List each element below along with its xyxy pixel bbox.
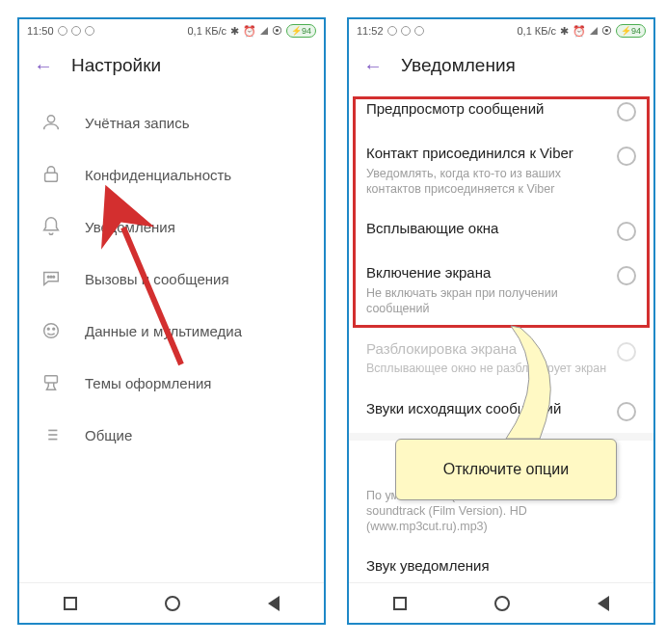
notif-title: Звук уведомления	[366, 557, 636, 576]
settings-item-label: Данные и мультимедиа	[85, 323, 242, 339]
settings-item-privacy[interactable]: Конфиденциальность	[19, 148, 324, 201]
svg-point-4	[53, 276, 55, 278]
toggle-radio[interactable]	[617, 102, 636, 121]
notif-title: Звуки исходящих сообщений	[366, 400, 607, 418]
chat-icon	[39, 266, 64, 291]
toggle-radio[interactable]	[617, 222, 636, 241]
notif-subtitle: Всплывающее окно не разблокирует экран	[366, 361, 607, 376]
settings-item-label: Конфиденциальность	[85, 167, 231, 183]
bell-icon	[39, 214, 64, 239]
settings-list: Учётная запись Конфиденциальность Уведом…	[19, 89, 324, 469]
page-title: Уведомления	[401, 55, 516, 76]
wifi-icon: ⦿	[601, 25, 612, 37]
notif-title: Контакт присоединился к Viber	[366, 145, 607, 163]
nav-home-icon[interactable]	[494, 596, 510, 611]
bluetooth-icon: ✱	[230, 25, 239, 38]
phone-notifications: 11:52 0,1 КБ/с ✱ ⏰ ⦿ ⚡94 ← Уведомления П…	[347, 17, 655, 625]
status-gear-icon	[85, 26, 94, 36]
svg-point-5	[44, 324, 59, 338]
notif-title: Разблокировка экрана	[366, 340, 607, 359]
nav-back-icon[interactable]	[268, 596, 280, 611]
status-bar: 11:50 0,1 КБ/с ✱ ⏰ ⦿ ⚡94	[19, 19, 324, 42]
settings-item-calls[interactable]: Вызовы и сообщения	[19, 253, 324, 305]
notif-subtitle: Не включать экран при получении сообщени…	[366, 285, 607, 317]
svg-point-3	[50, 276, 52, 278]
back-icon[interactable]: ←	[362, 55, 384, 76]
settings-item-account[interactable]: Учётная запись	[19, 96, 324, 148]
settings-item-general[interactable]: Общие	[19, 409, 324, 461]
phone-settings: 11:50 0,1 КБ/с ✱ ⏰ ⦿ ⚡94 ← Настройки	[17, 17, 326, 625]
status-gear-icon	[58, 26, 67, 36]
nav-recent-icon[interactable]	[64, 597, 77, 610]
media-icon	[39, 318, 64, 343]
alarm-icon: ⏰	[573, 25, 586, 38]
notif-item-unlock: Разблокировка экрана Всплывающее окно не…	[349, 329, 653, 389]
status-gear-icon	[414, 26, 424, 36]
toggle-radio[interactable]	[617, 402, 636, 421]
nav-bar	[19, 582, 324, 623]
toggle-radio[interactable]	[617, 147, 636, 166]
settings-item-label: Уведомления	[85, 219, 175, 235]
notif-item-popups[interactable]: Всплывающие окна	[349, 208, 653, 253]
toggle-radio[interactable]	[617, 266, 636, 285]
notif-item-preview[interactable]: Предпросмотр сообщений	[349, 89, 653, 133]
status-time: 11:52	[357, 25, 384, 37]
signal-icon	[590, 27, 598, 35]
notif-item-sound[interactable]: Звук уведомления	[349, 546, 653, 587]
status-data-rate: 0,1 КБ/с	[187, 25, 226, 37]
svg-rect-8	[45, 376, 58, 383]
settings-item-label: Общие	[85, 427, 132, 443]
settings-item-notifications[interactable]: Уведомления	[19, 201, 324, 253]
user-icon	[39, 110, 64, 135]
notif-title: Предпросмотр сообщений	[366, 100, 607, 119]
status-time: 11:50	[27, 25, 54, 37]
lock-icon	[39, 162, 64, 187]
notification-list: Предпросмотр сообщений Контакт присоедин…	[349, 89, 653, 587]
status-bar: 11:52 0,1 КБ/с ✱ ⏰ ⦿ ⚡94	[349, 19, 653, 42]
notif-item-contact-joined[interactable]: Контакт присоединился к Viber Уведомлять…	[349, 133, 653, 208]
nav-home-icon[interactable]	[165, 596, 180, 611]
battery-icon: ⚡94	[286, 24, 316, 38]
brush-icon	[39, 370, 64, 395]
notif-item-outgoing-sounds[interactable]: Звуки исходящих сообщений	[349, 389, 653, 433]
back-icon[interactable]: ←	[33, 55, 54, 76]
settings-item-themes[interactable]: Темы оформления	[19, 357, 324, 409]
status-gear-icon	[71, 26, 81, 36]
nav-back-icon[interactable]	[598, 596, 609, 611]
alarm-icon: ⏰	[243, 25, 256, 38]
notif-title: Всплывающие окна	[366, 220, 607, 238]
annotation-callout: Отключите опции	[395, 439, 617, 500]
settings-item-media[interactable]: Данные и мультимедиа	[19, 305, 324, 357]
app-header: ← Настройки	[19, 42, 324, 89]
toggle-radio	[617, 342, 636, 362]
settings-item-label: Вызовы и сообщения	[85, 271, 229, 287]
list-icon	[39, 422, 64, 447]
svg-point-7	[53, 328, 55, 330]
status-gear-icon	[387, 26, 397, 36]
svg-rect-1	[45, 173, 58, 181]
notif-item-screen-on[interactable]: Включение экрана Не включать экран при п…	[349, 253, 653, 328]
nav-recent-icon[interactable]	[393, 597, 407, 610]
settings-item-label: Темы оформления	[85, 375, 211, 391]
settings-item-label: Учётная запись	[85, 115, 190, 131]
battery-icon: ⚡94	[616, 24, 646, 38]
nav-bar	[349, 582, 653, 623]
wifi-icon: ⦿	[272, 25, 282, 37]
bluetooth-icon: ✱	[560, 25, 569, 38]
status-data-rate: 0,1 КБ/с	[517, 25, 556, 37]
notif-subtitle: Уведомлять, когда кто-то из ваших контак…	[366, 166, 607, 198]
page-title: Настройки	[71, 55, 161, 76]
callout-text: Отключите опции	[443, 461, 569, 477]
svg-point-2	[47, 276, 49, 278]
status-gear-icon	[401, 26, 411, 36]
app-header: ← Уведомления	[349, 42, 653, 89]
notif-title: Включение экрана	[366, 264, 607, 282]
signal-icon	[260, 27, 268, 35]
svg-point-0	[47, 116, 54, 122]
svg-point-6	[47, 328, 49, 330]
